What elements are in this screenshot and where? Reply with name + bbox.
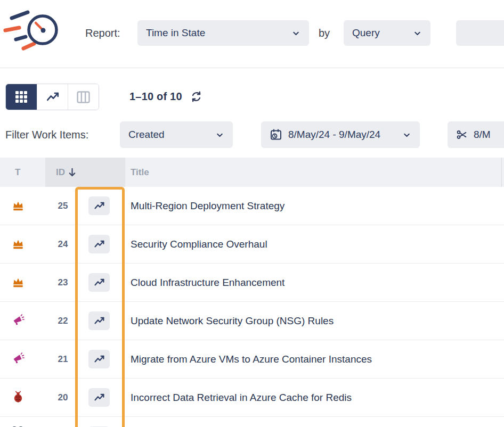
secondary-dropdown-clipped[interactable] xyxy=(456,20,504,46)
open-item-chart-button[interactable] xyxy=(88,196,110,215)
work-item-type-cell xyxy=(12,237,25,250)
line-chart-icon xyxy=(46,90,60,104)
work-item-id: 25 xyxy=(51,187,75,225)
filter-field-value: Created xyxy=(128,129,165,141)
refresh-button[interactable] xyxy=(190,91,202,103)
grid-view-button[interactable] xyxy=(6,84,37,110)
work-item-title: Multi-Region Deployment Strategy xyxy=(131,187,284,225)
work-item-title: Incorrect Data Retrieval in Azure Cache … xyxy=(131,379,352,416)
report-type-dropdown[interactable]: Time in State xyxy=(137,20,309,46)
work-item-row[interactable]: 22 Update Network Security Group (NSG) R… xyxy=(0,302,504,340)
exclude-range-dropdown-clipped[interactable]: 8/M xyxy=(448,121,504,148)
work-item-row[interactable]: 20 Incorrect Data Retrieval in Azure Cac… xyxy=(0,379,504,417)
work-item-title: Security Compliance Overhaul xyxy=(131,225,267,263)
scissors-icon xyxy=(456,129,468,141)
column-header-id[interactable]: ID xyxy=(56,158,76,187)
line-chart-icon xyxy=(94,315,105,326)
board-view-button[interactable] xyxy=(68,84,99,110)
column-divider xyxy=(501,158,502,187)
date-range-dropdown[interactable]: 8/May/24 - 9/May/24 xyxy=(261,121,420,148)
app-logo comet-logo-icon xyxy=(3,2,67,59)
line-chart-icon xyxy=(94,200,105,211)
pagination-area: 1–10 of 10 xyxy=(129,84,202,109)
crown-icon xyxy=(12,276,25,289)
crown-icon xyxy=(12,237,25,250)
work-item-row[interactable] xyxy=(0,417,504,427)
crown-icon xyxy=(12,199,25,212)
sort-arrow-down-icon xyxy=(68,168,76,177)
report-label: Report: xyxy=(85,20,120,46)
column-header-type[interactable]: T xyxy=(15,158,20,187)
work-item-row[interactable]: 21 Migrate from Azure VMs to Azure Conta… xyxy=(0,340,504,379)
group-by-dropdown[interactable]: Query xyxy=(344,20,430,46)
work-item-title: Migrate from Azure VMs to Azure Containe… xyxy=(131,340,372,378)
view-switcher xyxy=(5,84,99,110)
megaphone-icon xyxy=(12,352,25,365)
work-item-type-cell xyxy=(12,199,25,212)
work-item-id: 20 xyxy=(51,379,75,416)
line-chart-icon xyxy=(94,392,105,403)
work-item-type-cell xyxy=(12,391,25,404)
bug-icon xyxy=(12,391,25,404)
line-chart-icon xyxy=(94,354,105,365)
chevron-down-icon xyxy=(291,29,300,38)
by-label: by xyxy=(319,20,330,46)
work-item-title: Cloud Infrastructure Enhancement xyxy=(131,264,284,301)
calendar-clock-icon xyxy=(270,128,282,141)
open-item-chart-button[interactable] xyxy=(88,311,110,330)
pagination-count: 1–10 of 10 xyxy=(129,91,182,103)
column-header-title[interactable]: Title xyxy=(131,158,149,187)
group-by-value: Query xyxy=(352,27,380,39)
work-item-row[interactable]: 23 Cloud Infrastructure Enhancement xyxy=(0,264,504,302)
work-item-id: 24 xyxy=(51,225,75,263)
exclude-range-value: 8/M xyxy=(474,129,491,141)
chevron-down-icon xyxy=(215,130,224,139)
chart-view-button[interactable] xyxy=(37,84,68,110)
work-item-title: Update Network Security Group (NSG) Rule… xyxy=(131,302,334,340)
open-item-chart-button[interactable] xyxy=(88,350,110,368)
line-chart-icon xyxy=(94,239,105,250)
work-item-id: 21 xyxy=(51,340,75,378)
work-item-row[interactable]: 25 Multi-Region Deployment Strategy xyxy=(0,187,504,225)
megaphone-icon xyxy=(12,314,25,327)
work-item-id: 22 xyxy=(51,302,75,340)
chevron-down-icon xyxy=(402,130,411,139)
open-item-chart-button[interactable] xyxy=(88,273,110,292)
work-item-id: 23 xyxy=(51,264,75,301)
refresh-icon xyxy=(190,91,202,103)
table-header: T ID Title xyxy=(0,158,504,187)
date-range-value: 8/May/24 - 9/May/24 xyxy=(288,129,380,141)
filter-field-dropdown[interactable]: Created xyxy=(120,121,233,148)
chevron-down-icon xyxy=(413,29,422,38)
report-type-value: Time in State xyxy=(146,27,205,39)
work-item-row[interactable]: 24 Security Compliance Overhaul xyxy=(0,225,504,264)
grid-icon xyxy=(15,91,27,103)
report-page: Report: Time in State by Query xyxy=(0,0,504,427)
work-item-type-cell xyxy=(12,352,25,365)
table-body: 25 Multi-Region Deployment Strategy xyxy=(0,187,504,427)
header-divider xyxy=(0,68,504,68)
open-item-chart-button[interactable] xyxy=(88,388,110,407)
work-item-type-cell xyxy=(12,314,25,327)
board-icon xyxy=(77,91,90,103)
line-chart-icon xyxy=(94,277,105,288)
filter-label: Filter Work Items: xyxy=(5,121,88,148)
work-item-type-cell xyxy=(12,276,25,289)
open-item-chart-button[interactable] xyxy=(88,235,110,253)
